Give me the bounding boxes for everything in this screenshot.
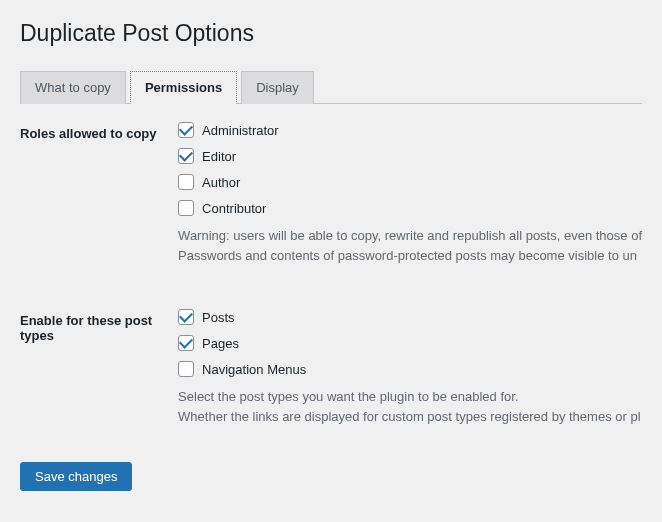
label-author: Author [202,175,240,190]
label-pages: Pages [202,336,239,351]
label-posts: Posts [202,310,235,325]
label-nav-menus: Navigation Menus [202,362,306,377]
label-administrator: Administrator [202,123,279,138]
roles-heading: Roles allowed to copy [20,122,178,285]
checkbox-administrator[interactable] [178,122,194,138]
label-editor: Editor [202,149,236,164]
roles-warning-line1: Warning: users will be able to copy, rew… [178,226,642,246]
checkbox-nav-menus[interactable] [178,361,194,377]
tab-what-to-copy[interactable]: What to copy [20,71,126,104]
checkbox-pages[interactable] [178,335,194,351]
page-title: Duplicate Post Options [20,20,642,47]
checkbox-editor[interactable] [178,148,194,164]
label-contributor: Contributor [202,201,266,216]
post-types-heading: Enable for these post types [20,309,178,446]
tab-permissions[interactable]: Permissions [130,71,237,104]
post-types-desc-line1: Select the post types you want the plugi… [178,387,642,407]
tab-nav: What to copy Permissions Display [20,71,642,104]
checkbox-posts[interactable] [178,309,194,325]
roles-warning-line2: Passwords and contents of password-prote… [178,246,642,266]
save-button[interactable]: Save changes [20,462,132,491]
checkbox-contributor[interactable] [178,200,194,216]
checkbox-author[interactable] [178,174,194,190]
post-types-desc-line2: Whether the links are displayed for cust… [178,407,642,427]
tab-display[interactable]: Display [241,71,314,104]
